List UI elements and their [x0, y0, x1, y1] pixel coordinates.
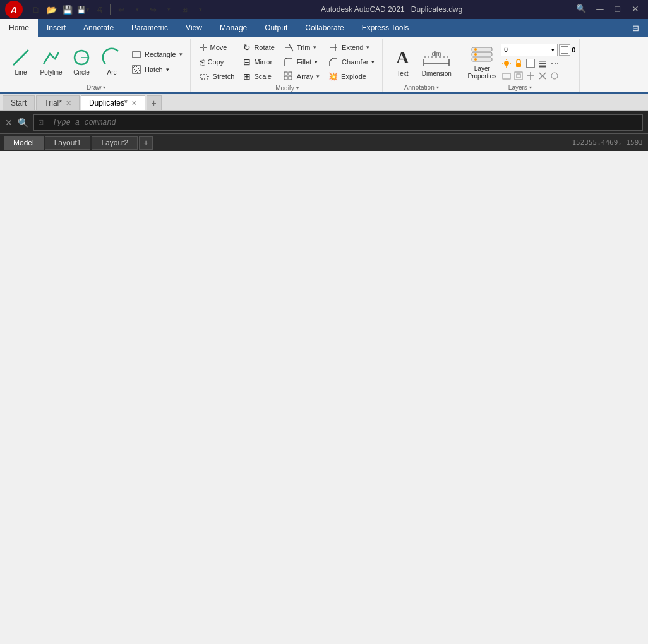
undo-button[interactable]: ↩ — [114, 3, 128, 16]
stretch-label: Stretch — [213, 73, 235, 80]
hatch-tool[interactable]: Hatch ▾ — [128, 63, 186, 76]
workspace-button[interactable]: ⊞ — [177, 3, 191, 16]
extend-button[interactable]: Extend ▾ — [325, 40, 378, 54]
layer-sunbulb-icon[interactable] — [501, 58, 512, 69]
arc-tool-button[interactable]: Arc — [97, 44, 126, 80]
model-tab[interactable]: Model — [4, 136, 44, 150]
layer-color-box[interactable] — [559, 44, 570, 56]
rectangle-tool[interactable]: Rectangle ▾ — [128, 47, 186, 61]
layer-controls-col: 0 ▾ 0 — [501, 42, 575, 82]
rectangle-dropdown[interactable]: ▾ — [179, 51, 183, 58]
circle-tool-button[interactable]: Circle — [67, 44, 96, 80]
doc-tab-duplicates[interactable]: Duplicates* ✕ — [81, 95, 145, 110]
layer-lineweight-icon[interactable] — [537, 58, 548, 69]
layer-linetype-icon[interactable] — [549, 58, 560, 69]
copy-button[interactable]: ⎘ Copy — [196, 55, 239, 69]
svg-rect-10 — [201, 75, 207, 79]
stretch-icon — [200, 71, 210, 82]
layer-viewport-icon[interactable] — [513, 70, 524, 82]
redo-button[interactable]: ↪ — [146, 3, 160, 16]
tab-annotate[interactable]: Annotate — [75, 19, 123, 37]
trim-button[interactable]: Trim ▾ — [280, 40, 323, 54]
svg-rect-15 — [289, 72, 292, 75]
new-tab-button[interactable]: + — [147, 95, 162, 110]
layout1-tab[interactable]: Layout1 — [45, 136, 91, 150]
tab-express-tools[interactable]: Express Tools — [353, 19, 417, 37]
rotate-button[interactable]: ↻ Rotate — [239, 40, 278, 54]
layer-color-icon[interactable] — [525, 58, 536, 69]
dimension-tool-button[interactable]: dim Dimension — [418, 44, 455, 80]
annotation-group-title[interactable]: Annotation ▾ — [388, 83, 455, 91]
minimize-button[interactable]: ─ — [592, 4, 607, 15]
customize-qa-button[interactable]: ▾ — [193, 3, 207, 16]
tab-parametric[interactable]: Parametric — [123, 19, 177, 37]
layer-extra-icon[interactable] — [549, 70, 560, 82]
hatch-dropdown[interactable]: ▾ — [166, 66, 169, 73]
layers-dropdown-arrow[interactable]: ▾ — [529, 85, 532, 90]
ribbon-collapse-icon[interactable]: ⊟ — [628, 23, 643, 33]
layer-properties-label: Layer Properties — [465, 65, 498, 80]
open-button[interactable]: 📂 — [45, 3, 59, 16]
layer-merge-icon[interactable] — [525, 70, 536, 82]
layer-lock-icon[interactable] — [513, 58, 524, 69]
layer-tools: Layer Properties 0 ▾ 0 — [464, 40, 575, 83]
new-button[interactable]: 🗋 — [29, 3, 43, 16]
add-layout-button[interactable]: + — [139, 136, 153, 150]
command-prefix: ⊡ — [34, 118, 47, 126]
extend-dropdown[interactable]: ▾ — [366, 44, 369, 51]
layer-properties-button[interactable]: Layer Properties — [464, 44, 500, 80]
tab-insert[interactable]: Insert — [38, 19, 75, 37]
maximize-button[interactable]: □ — [611, 4, 624, 15]
annotation-dropdown-arrow[interactable]: ▾ — [436, 85, 439, 90]
line-tool-button[interactable]: Line — [6, 44, 35, 80]
command-search-icon[interactable]: 🔍 — [18, 118, 28, 128]
tab-collaborate[interactable]: Collaborate — [296, 19, 352, 37]
chamfer-button[interactable]: Chamfer ▾ — [325, 55, 378, 69]
chamfer-icon — [328, 57, 339, 67]
fillet-button[interactable]: Fillet ▾ — [280, 55, 323, 69]
chamfer-dropdown[interactable]: ▾ — [371, 59, 375, 65]
layer-delete-icon[interactable] — [537, 70, 548, 82]
array-button[interactable]: Array ▾ — [280, 70, 323, 83]
undo-dropdown[interactable]: ▾ — [130, 3, 144, 16]
trim-dropdown[interactable]: ▾ — [313, 44, 316, 51]
draw-group-title[interactable]: Draw ▾ — [6, 83, 186, 91]
tab-view[interactable]: View — [177, 19, 211, 37]
scale-button[interactable]: ⊞ Scale — [239, 70, 278, 83]
draw-dropdown-arrow[interactable]: ▾ — [103, 85, 105, 90]
tab-output[interactable]: Output — [256, 19, 296, 37]
stretch-button[interactable]: Stretch — [196, 70, 239, 83]
print-button[interactable]: 🖨 — [92, 3, 106, 16]
layer-iso-icon[interactable] — [501, 70, 512, 82]
redo-dropdown[interactable]: ▾ — [162, 3, 176, 16]
doc-tab-trial[interactable]: Trial* ✕ — [36, 95, 80, 110]
search-icon[interactable]: 🔍 — [573, 4, 589, 15]
doc-tab-duplicates-close[interactable]: ✕ — [131, 99, 137, 107]
layers-group-title[interactable]: Layers ▾ — [464, 83, 575, 91]
polyline-tool-button[interactable]: Polyline — [37, 44, 66, 80]
save-button[interactable]: 💾 — [61, 3, 75, 16]
tab-home[interactable]: Home — [0, 19, 38, 37]
modify-col-4: Extend ▾ Chamfer ▾ 💥 Explode — [325, 40, 378, 83]
doc-tab-start[interactable]: Start — [3, 95, 35, 110]
layer-dropdown-arrow[interactable]: ▾ — [551, 47, 555, 53]
move-button[interactable]: ✛ Move — [196, 40, 239, 54]
layer-dropdown[interactable]: 0 ▾ — [501, 44, 558, 56]
command-close-icon[interactable]: ✕ — [5, 118, 13, 128]
save-as-button[interactable]: 💾▾ — [76, 3, 90, 16]
command-input[interactable] — [47, 115, 642, 130]
mirror-label: Mirror — [254, 58, 272, 66]
doc-tab-trial-close[interactable]: ✕ — [66, 99, 71, 107]
coordinates-display: 152355.4469, 1593 — [572, 138, 648, 147]
ribbon-header-right: ⊟ — [628, 19, 648, 37]
layout2-tab[interactable]: Layout2 — [92, 136, 138, 150]
modify-group-title[interactable]: Modify ▾ — [196, 83, 379, 92]
array-dropdown[interactable]: ▾ — [316, 73, 320, 80]
explode-button[interactable]: 💥 Explode — [325, 70, 378, 83]
fillet-dropdown[interactable]: ▾ — [315, 59, 318, 65]
modify-dropdown-arrow[interactable]: ▾ — [296, 85, 299, 91]
close-button[interactable]: ✕ — [628, 4, 643, 15]
tab-manage[interactable]: Manage — [211, 19, 256, 37]
mirror-button[interactable]: ⊟ Mirror — [239, 55, 278, 69]
text-tool-button[interactable]: A Text — [388, 44, 417, 80]
